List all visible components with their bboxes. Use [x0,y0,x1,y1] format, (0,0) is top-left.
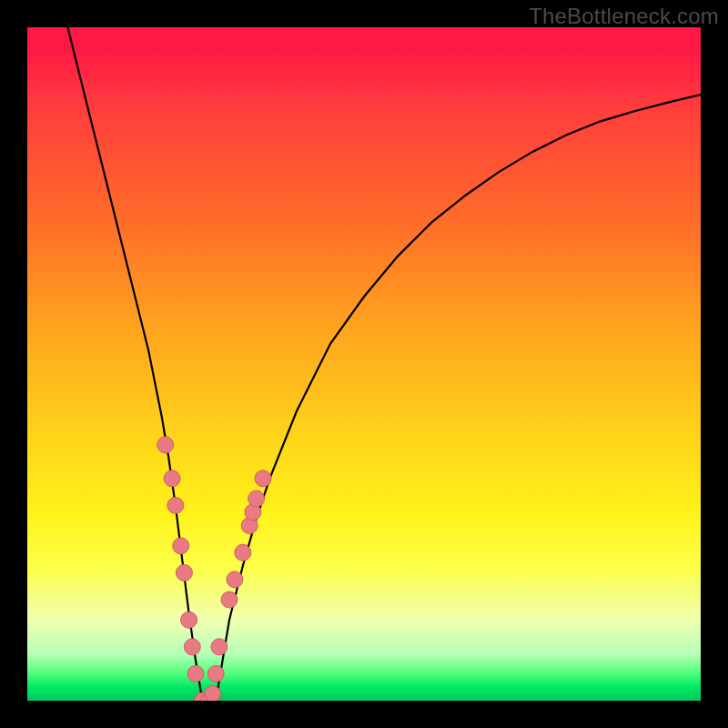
bottleneck-curve [67,27,701,701]
data-marker [211,639,228,655]
plot-area [27,27,701,701]
marker-group [157,437,271,701]
data-marker [187,665,204,682]
data-marker [205,686,221,701]
curve-svg [27,27,701,701]
watermark-text: TheBottleneck.com [529,4,719,29]
data-marker [176,564,192,581]
data-marker [235,544,251,561]
data-marker [221,592,238,608]
data-marker [167,497,184,513]
data-marker [255,470,271,487]
chart-frame: TheBottleneck.com [0,0,728,728]
data-marker [173,538,189,554]
data-marker [227,571,243,588]
data-marker [207,665,224,682]
data-marker [181,612,197,628]
data-marker [164,470,180,487]
data-marker [248,490,265,507]
data-marker [157,437,174,453]
data-marker [184,639,200,655]
